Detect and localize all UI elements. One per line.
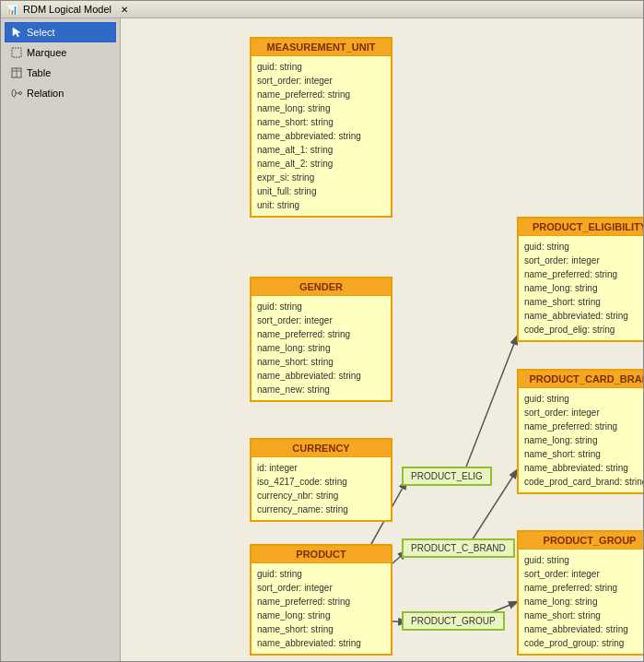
table-header-product-eligibility: PRODUCT_ELIGIBILITY [519, 219, 643, 236]
field-row: name_short: string [524, 609, 643, 622]
table-header-product: PRODUCT [252, 546, 391, 563]
field-row: code_prod_card_brand: string [524, 475, 643, 489]
field-row: name_preferred: string [524, 267, 643, 281]
field-row: name_preferred: string [257, 595, 385, 609]
canvas-inner: MEASUREMENT_UNIT guid: string sort_order… [121, 18, 643, 661]
table-product-eligibility[interactable]: PRODUCT_ELIGIBILITY guid: string sort_or… [517, 217, 643, 342]
svg-point-6 [19, 92, 22, 95]
field-row: name_long: string [524, 433, 643, 447]
field-row: name_preferred: string [524, 581, 643, 595]
select-label: Select [27, 27, 55, 38]
field-row: code_prod_elig: string [524, 323, 643, 337]
table-header-measurement-unit: MEASUREMENT_UNIT [252, 39, 391, 56]
relation-product-c-brand[interactable]: PRODUCT_C_BRAND [402, 538, 515, 558]
table-header-product-card-brand: PRODUCT_CARD_BRAND [519, 371, 643, 388]
field-row: guid: string [257, 567, 385, 581]
table-measurement-unit[interactable]: MEASUREMENT_UNIT guid: string sort_order… [250, 37, 392, 218]
table-body-currency: id: integer iso_4217_code: string curren… [252, 457, 391, 520]
field-row: sort_order: integer [257, 313, 385, 327]
field-row: name_short: string [257, 622, 385, 636]
field-row: name_abbreviated: string [524, 622, 643, 636]
table-product-card-brand[interactable]: PRODUCT_CARD_BRAND guid: string sort_ord… [517, 369, 643, 494]
table-header-product-group: PRODUCT_GROUP [519, 532, 643, 550]
table-icon [10, 66, 23, 79]
field-row: name_abbreviated: string [524, 309, 643, 323]
field-row: name_preferred: string [257, 327, 385, 341]
relation-product-elig-label: PRODUCT_ELIG [411, 471, 483, 481]
field-row: sort_order: integer [257, 74, 385, 88]
window-title: RDM Logical Model [23, 4, 111, 15]
sidebar-item-select[interactable]: Select [5, 22, 116, 42]
svg-point-4 [12, 89, 16, 97]
field-row: unit: string [257, 198, 385, 212]
field-row: sort_order: integer [524, 567, 643, 581]
field-row: name_long: string [257, 101, 385, 115]
sidebar-item-marquee[interactable]: Marquee [5, 42, 116, 63]
table-body-product-card-brand: guid: string sort_order: integer name_pr… [519, 388, 643, 492]
field-row: name_abbreviated: string [257, 129, 385, 143]
field-row: name_preferred: string [524, 420, 643, 433]
field-row: name_long: string [257, 609, 385, 622]
content-area: Select Marquee Table [1, 18, 643, 661]
sidebar: Select Marquee Table [1, 18, 121, 661]
field-row: guid: string [524, 392, 643, 406]
field-row: name_alt_2: string [257, 157, 385, 171]
field-row: name_short: string [524, 295, 643, 309]
marquee-label: Marquee [27, 47, 66, 58]
close-icon[interactable]: ✕ [121, 5, 128, 15]
table-gender[interactable]: GENDER guid: string sort_order: integer … [250, 277, 392, 402]
marquee-icon [10, 46, 23, 59]
field-row: expr_si: string [257, 171, 385, 184]
table-header-currency: CURRENCY [252, 440, 391, 457]
field-row: guid: string [524, 553, 643, 567]
field-row: name_abbreviated: string [257, 636, 385, 650]
table-currency[interactable]: CURRENCY id: integer iso_4217_code: stri… [250, 438, 392, 522]
field-row: iso_4217_code: string [257, 475, 385, 489]
field-row: guid: string [524, 240, 643, 254]
field-row: currency_nbr: string [257, 489, 385, 502]
svg-rect-0 [12, 48, 21, 57]
field-row: name_short: string [257, 115, 385, 129]
field-row: name_long: string [524, 281, 643, 295]
table-header-gender: GENDER [252, 278, 391, 296]
field-row: guid: string [257, 300, 385, 313]
relation-product-c-brand-label: PRODUCT_C_BRAND [411, 543, 506, 553]
field-row: name_long: string [257, 341, 385, 355]
table-body-product: guid: string sort_order: integer name_pr… [252, 563, 391, 654]
relation-product-group-label: PRODUCT_GROUP [411, 616, 496, 626]
table-body-product-eligibility: guid: string sort_order: integer name_pr… [519, 236, 643, 340]
cursor-icon [10, 26, 23, 39]
svg-line-8 [463, 337, 517, 474]
relation-product-elig[interactable]: PRODUCT_ELIG [402, 467, 492, 486]
field-row: guid: string [257, 60, 385, 74]
field-row: name_alt_1: string [257, 143, 385, 157]
title-bar: 📊 RDM Logical Model ✕ [1, 1, 643, 18]
table-product[interactable]: PRODUCT guid: string sort_order: integer… [250, 544, 392, 656]
table-label: Table [27, 67, 51, 78]
field-row: name_new: string [257, 383, 385, 396]
field-row: code_prod_group: string [524, 636, 643, 650]
field-row: unit_full: string [257, 184, 385, 198]
field-row: name_abbreviated: string [524, 461, 643, 475]
window: 📊 RDM Logical Model ✕ Select Marquee [0, 0, 644, 662]
field-row: name_short: string [257, 355, 385, 369]
main-canvas[interactable]: MEASUREMENT_UNIT guid: string sort_order… [121, 18, 643, 661]
field-row: sort_order: integer [524, 406, 643, 420]
relation-icon [10, 87, 23, 100]
field-row: sort_order: integer [524, 254, 643, 267]
title-icon: 📊 [6, 5, 18, 15]
table-product-group[interactable]: PRODUCT_GROUP guid: string sort_order: i… [517, 530, 643, 656]
table-body-product-group: guid: string sort_order: integer name_pr… [519, 550, 643, 654]
sidebar-item-relation[interactable]: Relation [5, 83, 116, 103]
field-row: currency_name: string [257, 502, 385, 516]
relation-product-group[interactable]: PRODUCT_GROUP [402, 611, 505, 631]
field-row: id: integer [257, 461, 385, 475]
sidebar-item-table[interactable]: Table [5, 63, 116, 83]
relation-label: Relation [27, 88, 64, 99]
field-row: name_short: string [524, 447, 643, 461]
field-row: name_long: string [524, 595, 643, 609]
field-row: sort_order: integer [257, 581, 385, 595]
field-row: name_abbreviated: string [257, 369, 385, 383]
table-body-measurement-unit: guid: string sort_order: integer name_pr… [252, 56, 391, 216]
table-body-gender: guid: string sort_order: integer name_pr… [252, 296, 391, 400]
